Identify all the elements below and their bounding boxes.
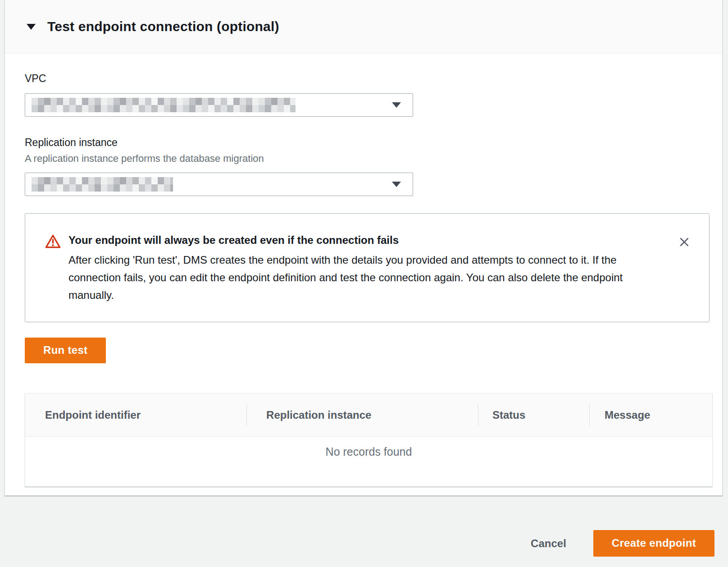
column-header-message: Message <box>589 409 712 421</box>
warning-triangle-icon <box>45 234 61 251</box>
connection-results-table: Endpoint identifier Replication instance… <box>25 393 713 487</box>
column-header-endpoint-identifier: Endpoint identifier <box>25 409 246 421</box>
create-endpoint-button[interactable]: Create endpoint <box>593 530 714 557</box>
replication-instance-label: Replication instance <box>25 137 702 149</box>
replication-instance-field: Replication instance A replication insta… <box>25 137 702 197</box>
replication-instance-redacted-value <box>32 177 173 192</box>
cancel-button[interactable]: Cancel <box>523 532 574 555</box>
table-header-row: Endpoint identifier Replication instance… <box>25 393 712 437</box>
vpc-label: VPC <box>25 73 702 85</box>
vpc-redacted-value <box>32 98 296 112</box>
replication-instance-description: A replication instance performs the data… <box>25 153 702 165</box>
vpc-field: VPC <box>25 73 702 117</box>
column-header-status: Status <box>478 409 589 421</box>
vpc-select[interactable] <box>25 93 413 117</box>
run-test-button[interactable]: Run test <box>25 338 106 363</box>
table-empty-state: No records found <box>25 437 712 486</box>
chevron-down-icon <box>392 102 401 108</box>
warning-title: Your endpoint will always be created eve… <box>68 233 654 247</box>
chevron-down-icon <box>392 182 401 187</box>
warning-alert: Your endpoint will always be created eve… <box>25 213 710 322</box>
no-records-message: No records found <box>326 445 412 458</box>
section-header[interactable]: Test endpoint connection (optional) <box>5 0 722 54</box>
footer-actions: Cancel Create endpoint <box>523 530 714 557</box>
warning-content: Your endpoint will always be created eve… <box>68 233 654 304</box>
column-header-replication-instance: Replication instance <box>246 409 478 421</box>
warning-body: After clicking 'Run test', DMS creates t… <box>68 251 654 304</box>
replication-instance-select[interactable] <box>25 173 413 196</box>
close-icon[interactable] <box>676 233 693 251</box>
collapse-caret-icon[interactable] <box>27 24 36 30</box>
test-endpoint-section: Test endpoint connection (optional) VPC … <box>5 0 723 496</box>
section-title: Test endpoint connection (optional) <box>47 19 279 34</box>
section-body: VPC Replication instance A replication i… <box>5 54 722 487</box>
